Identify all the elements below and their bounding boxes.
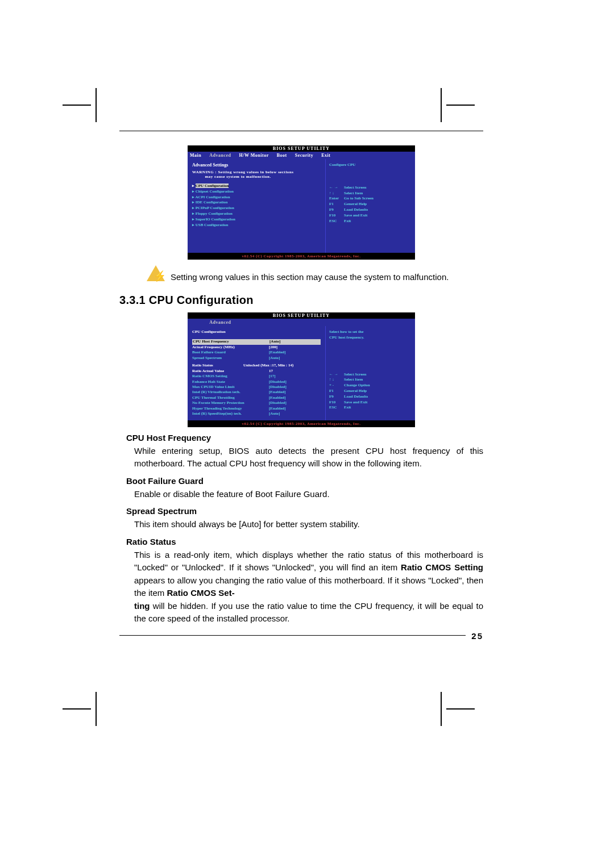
bios-tabs-2: Main Advanced [188, 319, 415, 326]
row-spread-spectrum: Spread Spectrum[Auto] [192, 356, 321, 361]
menu-cpu-configuration: CPU Configuration [196, 183, 229, 188]
advanced-warning: WARNING : Setting wrong values in below … [192, 170, 321, 179]
row-boot-failure-guard: Boot Failure Guard[Enabled] [192, 350, 321, 355]
tab-advanced: Advanced [209, 153, 231, 158]
cpu-heading: CPU Configuration [192, 329, 321, 335]
advanced-heading: Advanced Settings [192, 162, 321, 168]
bios-footer-2: v02.54 (C) Copyright 1985-2003, American… [188, 420, 415, 427]
tab-advanced-2: Advanced [209, 320, 231, 325]
p-boot-failure-guard: Enable or disable the feature of Boot Fa… [134, 488, 483, 501]
row-actual-freq: Actual Frequency (MHz)[200] [192, 345, 321, 350]
bios-tabs: Main Advanced H/W Monitor Boot Security … [188, 152, 415, 159]
bios-title: BIOS SETUP UTILITY [188, 145, 415, 152]
h-spread-spectrum: Spread Spectrum [126, 506, 483, 516]
page-number: 25 [471, 631, 483, 641]
tab-hw-monitor: H/W Monitor [239, 153, 268, 158]
row-thermal-throttling: CPU Thermal Throttling[Enabled] [192, 395, 321, 400]
help-keys: ← →Select Screen ↑ ↓Select Item EnterGo … [329, 185, 412, 224]
row-hyper-threading: Hyper Threading Technology[Enabled] [192, 406, 321, 411]
help-keys-2: ← →Select Screen ↑ ↓Select Item + -Chang… [329, 372, 412, 411]
row-virtualization: Intel (R) Virtualization tech.[Enabled] [192, 390, 321, 395]
row-nx-memory: No-Excute Memory Protection[Disabled] [192, 400, 321, 406]
top-rule [119, 131, 483, 131]
row-ratio-cmos: Ratio CMOS Setting[17] [192, 374, 321, 379]
tab-security: Security [295, 153, 313, 158]
advanced-menu: CPU Configuration Chipset Configuration … [192, 183, 321, 228]
menu-ide: IDE Configuration [192, 200, 321, 206]
row-ratio-status: Ratio StatusUnlocked (Max :17, Min : 14) [192, 363, 321, 368]
row-ratio-actual: Ratio Actual Value17 [192, 369, 321, 374]
p-ratio-status: This is a read-only item, which displays… [134, 549, 483, 625]
menu-chipset: Chipset Configuration [192, 189, 321, 195]
bios-title-2: BIOS SETUP UTILITY [188, 312, 415, 319]
menu-superio: SuperIO Configuration [192, 217, 321, 223]
tab-exit: Exit [321, 153, 330, 158]
row-max-cpuid: Max CPUID Value Limit[Disabled] [192, 385, 321, 390]
p-spread-spectrum: This item should always be [Auto] for be… [134, 518, 483, 531]
menu-pcipnp: PCIPnP Configuration [192, 206, 321, 211]
p-cpu-host-frequency: While entering setup, BIOS auto detects … [134, 445, 483, 470]
bios-footer: v02.54 (C) Copyright 1985-2003, American… [188, 253, 415, 260]
section-heading: 3.3.1 CPU Configuration [119, 294, 483, 307]
bios-cpu-screenshot: BIOS SETUP UTILITY Main Advanced CPU Con… [188, 312, 415, 427]
tab-main: Main [190, 153, 201, 158]
right-panel-title-2: Select how to set theCPU host frequency. [329, 329, 412, 341]
row-speedstep: Intel (R) SpeedStep(tm) tech.[Auto] [192, 411, 321, 416]
right-panel-title: Configure CPU [329, 162, 412, 168]
warning-text: Setting wrong values in this section may… [171, 271, 449, 283]
h-ratio-status: Ratio Status [126, 537, 483, 546]
page-footer: 25 [119, 631, 483, 641]
menu-usb: USB Configuration [192, 223, 321, 228]
menu-acpi: ACPI Configuration [192, 195, 321, 201]
bios-advanced-screenshot: BIOS SETUP UTILITY Main Advanced H/W Mon… [188, 145, 415, 260]
h-boot-failure-guard: Boot Failure Guard [126, 476, 483, 486]
tab-boot: Boot [277, 153, 287, 158]
row-cpu-host-freq: CPU Host Frequency[Auto] [192, 339, 321, 344]
warning-callout: ⚡ Setting wrong values in this section m… [148, 265, 478, 288]
row-enhance-halt: Enhance Halt State[Disabled] [192, 379, 321, 385]
warning-icon: ⚡ [148, 265, 164, 288]
menu-floppy: Floppy Configuration [192, 211, 321, 217]
h-cpu-host-frequency: CPU Host Frequency [126, 433, 483, 443]
